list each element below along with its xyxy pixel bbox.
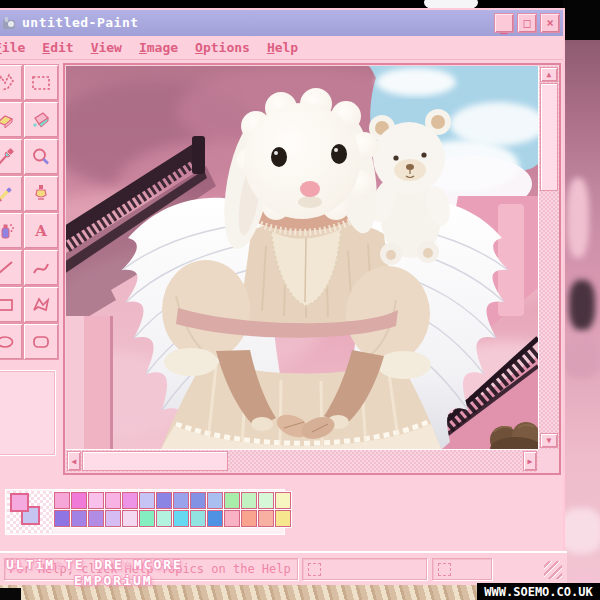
menu-item-file[interactable]: File — [0, 40, 25, 55]
scroll-up-button[interactable]: ▲ — [540, 67, 558, 82]
foreground-color-swatch[interactable] — [10, 493, 29, 512]
arrow-down-icon: ▼ — [547, 436, 552, 445]
palette-swatch-r2-c8[interactable] — [173, 510, 189, 527]
horizontal-scroll-thumb[interactable] — [82, 451, 228, 471]
selection-position-icon — [308, 563, 321, 576]
palette-swatch-r2-c9[interactable] — [190, 510, 206, 527]
scroll-left-button[interactable]: ◀ — [67, 451, 81, 471]
tool-curve[interactable] — [23, 249, 59, 286]
vertical-scroll-thumb[interactable] — [540, 83, 558, 191]
palette-swatch-r1-c13[interactable] — [258, 492, 274, 509]
pink-pillar — [66, 316, 113, 449]
tool-ellipse[interactable] — [0, 323, 23, 360]
airbrush-icon — [0, 220, 16, 242]
scroll-down-button[interactable]: ▼ — [540, 433, 558, 448]
canvas-frame: ▲ ▼ ◀ ▶ — [63, 63, 561, 475]
paint-window: untitled-Paint _ □ × FileEditViewImageOp… — [0, 8, 565, 583]
menu-item-edit[interactable]: Edit — [42, 40, 73, 55]
palette-swatch-r1-c2[interactable] — [71, 492, 87, 509]
palette-swatch-r1-c1[interactable] — [54, 492, 70, 509]
palette-swatch-r2-c4[interactable] — [105, 510, 121, 527]
status-bar: For Help, click Help Topics on the Help … — [0, 551, 567, 585]
menu-item-view[interactable]: View — [91, 40, 122, 55]
tool-fill[interactable] — [23, 101, 59, 138]
palette-swatch-r2-c11[interactable] — [224, 510, 240, 527]
menu-item-options[interactable]: Options — [195, 40, 250, 55]
menu-item-help[interactable]: Help — [267, 40, 298, 55]
toolbox: A — [0, 64, 60, 361]
status-position-panel — [302, 558, 427, 580]
paint-app-icon — [0, 14, 18, 32]
pencil-icon — [0, 183, 16, 205]
palette-swatch-r2-c2[interactable] — [71, 510, 87, 527]
palette-swatch-r1-c14[interactable] — [275, 492, 291, 509]
tool-magnifier[interactable] — [23, 138, 59, 175]
palette-swatch-r2-c1[interactable] — [54, 510, 70, 527]
status-help-panel: For Help, click Help Topics on the Help … — [4, 558, 298, 580]
palette-swatch-r2-c6[interactable] — [139, 510, 155, 527]
tool-rounded-rectangle[interactable] — [23, 323, 59, 360]
background-corner — [563, 0, 600, 40]
titlebar[interactable]: untitled-Paint _ □ × — [0, 10, 563, 36]
window-title: untitled-Paint — [22, 15, 139, 30]
tool-airbrush[interactable] — [0, 212, 23, 249]
line-icon — [0, 257, 16, 279]
eraser-icon — [0, 109, 16, 131]
palette-swatch-r1-c10[interactable] — [207, 492, 223, 509]
arrow-left-icon: ◀ — [72, 457, 77, 466]
palette-swatch-r2-c10[interactable] — [207, 510, 223, 527]
palette-swatch-r1-c9[interactable] — [190, 492, 206, 509]
canvas-drawing-area[interactable] — [66, 66, 538, 449]
color-palette — [6, 490, 284, 534]
tool-eraser[interactable] — [0, 101, 23, 138]
palette-swatch-r2-c12[interactable] — [241, 510, 257, 527]
brush-icon — [30, 183, 52, 205]
palette-swatch-r2-c14[interactable] — [275, 510, 291, 527]
palette-swatch-r1-c7[interactable] — [156, 492, 172, 509]
maximize-button[interactable]: □ — [517, 13, 537, 33]
palette-swatch-r1-c11[interactable] — [224, 492, 240, 509]
palette-swatch-r1-c3[interactable] — [88, 492, 104, 509]
tool-brush[interactable] — [23, 175, 59, 212]
palette-swatch-r1-c6[interactable] — [139, 492, 155, 509]
palette-swatch-r1-c4[interactable] — [105, 492, 121, 509]
scroll-right-button[interactable]: ▶ — [523, 451, 537, 471]
free-form-select-icon — [0, 72, 16, 94]
scrollbar-corner — [538, 449, 559, 472]
menu-item-image[interactable]: Image — [139, 40, 178, 55]
arrow-right-icon: ▶ — [528, 457, 533, 466]
tool-options-box[interactable] — [0, 370, 56, 456]
palette-swatch-r1-c8[interactable] — [173, 492, 189, 509]
palette-swatch-r2-c3[interactable] — [88, 510, 104, 527]
desktop-wallpaper — [563, 38, 600, 600]
tool-text[interactable]: A — [23, 212, 59, 249]
tool-line[interactable] — [0, 249, 23, 286]
tool-polygon[interactable] — [23, 286, 59, 323]
tool-rectangle[interactable] — [0, 286, 23, 323]
vertical-scrollbar[interactable]: ▲ ▼ — [538, 66, 559, 449]
select-icon — [30, 72, 52, 94]
rectangle-icon — [0, 294, 16, 316]
tool-free-form-select[interactable] — [0, 64, 23, 101]
palette-swatch-r1-c12[interactable] — [241, 492, 257, 509]
svg-text:A: A — [34, 222, 47, 240]
horizontal-scrollbar[interactable]: ◀ ▶ — [66, 449, 538, 472]
minimize-button[interactable]: _ — [494, 13, 514, 33]
status-size-panel — [432, 558, 492, 580]
tool-pick-color[interactable] — [0, 138, 23, 175]
curve-icon — [30, 257, 52, 279]
palette-swatch-r2-c7[interactable] — [156, 510, 172, 527]
current-colors-indicator[interactable] — [7, 491, 53, 533]
resize-grip[interactable] — [544, 561, 562, 579]
site-banner-text: WWW.SOEMO.CO.UK — [484, 585, 592, 599]
tool-select[interactable] — [23, 64, 59, 101]
tool-pencil[interactable] — [0, 175, 23, 212]
rounded-rectangle-icon — [30, 331, 52, 353]
close-button[interactable]: × — [540, 13, 560, 33]
canvas-image — [66, 66, 538, 449]
palette-swatch-r2-c13[interactable] — [258, 510, 274, 527]
screen: untitled-Paint _ □ × FileEditViewImageOp… — [0, 0, 600, 600]
palette-swatch-r1-c5[interactable] — [122, 492, 138, 509]
palette-swatch-grid — [54, 492, 291, 527]
palette-swatch-r2-c5[interactable] — [122, 510, 138, 527]
